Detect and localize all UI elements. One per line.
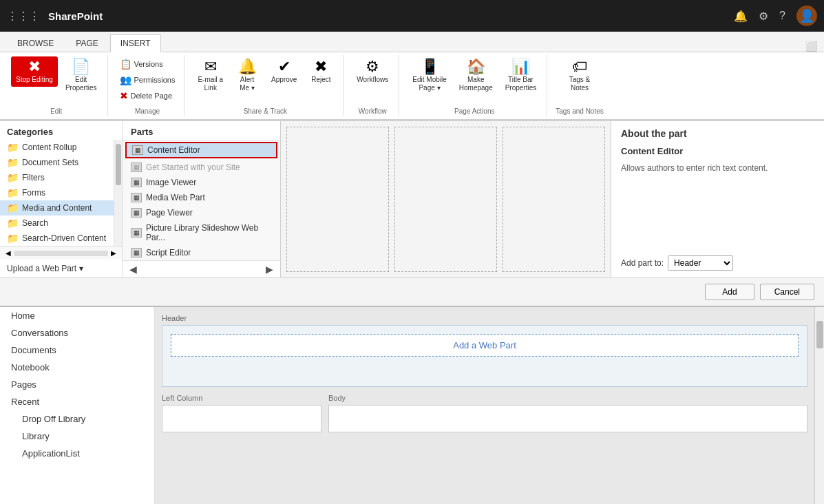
categories-list: 📁 Content Rollup 📁 Document Sets 📁 Filte…: [0, 140, 114, 246]
ribbon-tabs: BROWSE PAGE INSERT ⬜: [0, 32, 824, 52]
nav-pages[interactable]: Pages: [0, 376, 154, 393]
permissions-icon: 👥: [120, 74, 131, 85]
category-label: Content Rollup: [22, 143, 76, 152]
upload-webpart-button[interactable]: Upload a Web Part ▾: [0, 260, 122, 277]
category-media-content[interactable]: 📁 Media and Content: [0, 200, 114, 216]
cancel-button[interactable]: Cancel: [760, 284, 814, 300]
title-bar-button[interactable]: 📊 Title BarProperties: [500, 56, 542, 95]
part-page-viewer[interactable]: ▦ Page Viewer: [123, 205, 280, 220]
about-part-name: Content Editor: [621, 146, 814, 156]
category-document-sets[interactable]: 📁 Document Sets: [0, 155, 114, 170]
avatar[interactable]: 👤: [796, 6, 817, 26]
category-label: Media and Content: [22, 203, 92, 213]
add-part-to-row: Add part to: Header Left Column Body: [621, 255, 814, 271]
tags-notes-button[interactable]: 🏷 Tags &Notes: [563, 56, 596, 95]
stop-editing-button[interactable]: ✖ Stop Editing: [11, 56, 58, 87]
ribbon-group-tags-notes-label: Tags and Notes: [556, 106, 604, 115]
ribbon-expand-icon[interactable]: ⬜: [805, 41, 817, 52]
parts-next-arrow[interactable]: ▶: [266, 264, 273, 275]
tags-icon: 🏷: [572, 59, 587, 74]
ribbon-group-page-actions-label: Page Actions: [454, 106, 494, 115]
alert-me-button[interactable]: 🔔 AlertMe ▾: [231, 56, 264, 95]
folder-icon: 📁: [7, 172, 19, 183]
page-content: Header Add a Web Part Left Column Body: [155, 307, 814, 504]
part-icon: ▦: [131, 193, 142, 202]
nav-library[interactable]: Library: [0, 428, 154, 445]
categories-scrollbar[interactable]: [114, 140, 122, 246]
ribbon-group-tags-notes-items: 🏷 Tags &Notes: [563, 56, 596, 106]
part-script-editor[interactable]: ▦ Script Editor: [123, 245, 280, 260]
nav-conversations[interactable]: Conversations: [0, 324, 154, 342]
alert-icon: 🔔: [238, 59, 257, 74]
main-scrollbar[interactable]: [814, 307, 824, 504]
add-button[interactable]: Add: [705, 284, 754, 300]
apps-icon[interactable]: ⋮⋮⋮: [7, 10, 40, 23]
webpart-picker: Categories 📁 Content Rollup 📁 Document S…: [0, 121, 824, 307]
body-label: Body: [328, 394, 807, 402]
category-search-driven[interactable]: 📁 Search-Driven Content: [0, 231, 114, 246]
versions-button[interactable]: 📋 Versions: [116, 56, 179, 72]
edit-prop-icon: 📄: [72, 59, 90, 74]
permissions-button[interactable]: 👥 Permissions: [116, 72, 179, 87]
nav-sidebar: Home Conversations Documents Notebook Pa…: [0, 307, 155, 504]
edit-properties-button[interactable]: 📄 EditProperties: [61, 56, 102, 95]
webpart-picker-content: Categories 📁 Content Rollup 📁 Document S…: [0, 121, 824, 277]
tab-insert[interactable]: INSERT: [110, 34, 161, 52]
edit-mobile-button[interactable]: 📱 Edit MobilePage ▾: [408, 56, 451, 95]
part-media-web[interactable]: ▦ Media Web Part: [123, 190, 280, 205]
parts-prev-arrow[interactable]: ◀: [129, 264, 137, 275]
part-image-viewer[interactable]: ▦ Image Viewer: [123, 175, 280, 190]
nav-recent[interactable]: Recent: [0, 393, 154, 410]
part-picture-library[interactable]: ▦ Picture Library Slideshow Web Par...: [123, 220, 280, 245]
nav-notebook[interactable]: Notebook: [0, 359, 154, 376]
reject-button[interactable]: ✖ Reject: [304, 56, 337, 87]
category-label: Forms: [22, 188, 45, 198]
notification-icon[interactable]: 🔔: [734, 10, 748, 23]
categories-scrollbar-track[interactable]: [14, 251, 108, 256]
part-content-editor[interactable]: ▦ Content Editor: [125, 142, 277, 158]
nav-documents[interactable]: Documents: [0, 342, 154, 359]
part-label: Page Viewer: [146, 208, 193, 218]
category-label: Document Sets: [22, 158, 78, 167]
category-filters[interactable]: 📁 Filters: [0, 170, 114, 185]
add-part-to-select[interactable]: Header Left Column Body: [668, 255, 733, 271]
ribbon-group-edit: ✖ Stop Editing 📄 EditProperties Edit: [6, 55, 108, 116]
help-icon[interactable]: ?: [779, 10, 785, 22]
category-label: Search-Driven Content: [22, 233, 106, 243]
ribbon: ✖ Stop Editing 📄 EditProperties Edit 📋: [0, 52, 824, 120]
make-homepage-button[interactable]: 🏠 MakeHomepage: [454, 56, 498, 95]
part-icon: ▦: [131, 178, 142, 187]
header-zone-container: Header Add a Web Part: [162, 314, 807, 387]
nav-home[interactable]: Home: [0, 307, 154, 324]
part-icon: ▦: [131, 248, 142, 258]
category-label: Search: [22, 218, 48, 228]
category-forms[interactable]: 📁 Forms: [0, 185, 114, 200]
add-webpart-button[interactable]: Add a Web Part: [171, 334, 799, 357]
versions-label: Versions: [134, 60, 163, 68]
alert-me-label: AlertMe ▾: [240, 76, 255, 92]
scroll-left-arrow[interactable]: ◀: [6, 249, 11, 257]
manage-small-group: 📋 Versions 👥 Permissions ✖ Delete Page: [116, 56, 179, 103]
workflows-button[interactable]: ⚙ Workflows: [352, 56, 393, 87]
scrollbar-thumb: [816, 321, 823, 348]
zone-1: [286, 127, 389, 272]
nav-drop-off-library[interactable]: Drop Off Library: [0, 410, 154, 428]
tab-browse[interactable]: BROWSE: [7, 34, 64, 52]
approve-button[interactable]: ✔ Approve: [266, 56, 302, 87]
approve-label: Approve: [271, 76, 297, 84]
settings-icon[interactable]: ⚙: [759, 10, 768, 23]
email-link-button[interactable]: ✉ E-mail aLink: [193, 56, 228, 95]
nav-application-list[interactable]: ApplicationList: [0, 445, 154, 462]
category-search[interactable]: 📁 Search: [0, 216, 114, 231]
part-get-started[interactable]: ▦ Get Started with your Site: [123, 160, 280, 175]
delete-page-button[interactable]: ✖ Delete Page: [116, 88, 179, 103]
category-content-rollup[interactable]: 📁 Content Rollup: [0, 140, 114, 155]
about-part-desc: Allows authors to enter rich text conten…: [621, 162, 814, 174]
edit-mobile-label: Edit MobilePage ▾: [412, 76, 446, 92]
category-label: Filters: [22, 173, 45, 182]
scroll-right-arrow[interactable]: ▶: [111, 249, 116, 257]
part-icon: ▦: [131, 162, 142, 172]
tab-page[interactable]: PAGE: [65, 34, 108, 52]
stop-icon: ✖: [28, 59, 41, 74]
permissions-label: Permissions: [134, 76, 176, 84]
